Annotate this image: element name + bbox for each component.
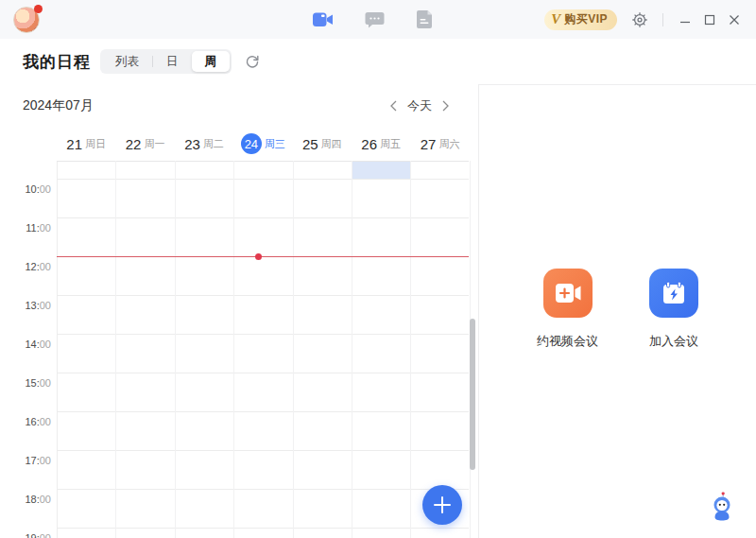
today-button[interactable]: 今天	[407, 97, 432, 114]
close-icon	[729, 14, 740, 26]
buy-vip-button[interactable]: V 购买VIP	[544, 9, 617, 30]
robot-mascot-glyph	[709, 489, 735, 523]
time-label: 15:00	[0, 377, 51, 389]
calendar-panel: 2024年07月 今天 21 周日 22 周一	[0, 84, 479, 538]
hour-line	[57, 450, 469, 451]
hour-line	[57, 528, 469, 529]
day-weekday: 周五	[380, 137, 401, 151]
day-header-cell[interactable]: 24 周三	[233, 128, 292, 160]
gear-glyph	[631, 11, 648, 28]
day-header-cell[interactable]: 22 周一	[115, 128, 174, 160]
maximize-button[interactable]	[697, 8, 722, 32]
day-number: 24	[241, 133, 262, 154]
calendar-header: 2024年07月 今天	[0, 84, 478, 128]
day-number: 21	[66, 136, 82, 152]
view-switcher: 列表日周	[100, 49, 232, 74]
calendar-lightning-glyph	[662, 281, 686, 305]
day-weekday: 周一	[144, 137, 164, 151]
titlebar: V 购买VIP	[0, 0, 756, 39]
settings-gear-icon[interactable]	[628, 9, 651, 31]
time-label: 17:00	[0, 455, 51, 466]
video-camera-glyph	[312, 10, 335, 29]
minimize-icon	[679, 14, 691, 26]
maximize-icon	[704, 14, 715, 26]
time-label: 13:00	[0, 300, 51, 311]
day-header-cell[interactable]: 25 周四	[293, 128, 352, 160]
grid-top-line	[57, 161, 469, 162]
minimize-button[interactable]	[673, 8, 697, 32]
refresh-icon	[245, 54, 260, 69]
day-column-line	[115, 161, 116, 538]
view-tab-0[interactable]: 列表	[102, 51, 152, 72]
chevron-left-icon	[389, 100, 398, 112]
chat-bubble-glyph	[365, 10, 385, 29]
hour-line	[57, 217, 469, 218]
video-plus-glyph	[554, 282, 582, 304]
video-meeting-icon[interactable]	[312, 9, 335, 31]
day-column-line	[410, 161, 411, 538]
hour-line	[57, 179, 469, 180]
day-number: 27	[421, 136, 437, 152]
hour-line	[57, 489, 469, 490]
day-number: 26	[361, 136, 377, 152]
hour-line	[57, 334, 469, 335]
document-icon[interactable]	[414, 9, 437, 31]
hour-line	[57, 295, 469, 296]
day-column-line	[352, 161, 352, 538]
notification-badge	[34, 5, 43, 13]
day-column-line	[175, 161, 176, 538]
content-area: 2024年07月 今天 21 周日 22 周一	[0, 84, 756, 538]
schedule-video-meeting-label: 约视频会议	[537, 333, 598, 350]
calendar-scrollbar[interactable]	[470, 319, 475, 470]
time-label: 12:00	[0, 261, 51, 272]
prev-week-button[interactable]	[389, 100, 398, 112]
page-title: 我的日程	[23, 51, 91, 73]
join-meeting-label: 加入会议	[649, 333, 698, 350]
toolbar: 我的日程 列表日周	[0, 39, 756, 84]
hour-line	[57, 373, 469, 373]
user-avatar[interactable]	[13, 7, 40, 33]
close-button[interactable]	[722, 8, 747, 32]
join-meeting-button[interactable]: 加入会议	[649, 269, 698, 350]
day-header-cell[interactable]: 26 周五	[352, 128, 410, 160]
day-weekday: 周日	[85, 137, 106, 151]
vip-v-icon: V	[551, 11, 560, 27]
day-column-line	[233, 161, 234, 538]
day-header-cell[interactable]: 23 周二	[175, 128, 233, 160]
join-meeting-icon	[649, 269, 698, 318]
day-number: 22	[126, 136, 142, 152]
view-tab-1[interactable]: 日	[153, 51, 192, 72]
highlighted-time-slot[interactable]	[352, 162, 410, 179]
current-time-line	[57, 256, 469, 257]
time-label: 18:00	[0, 494, 51, 505]
view-tab-2[interactable]: 周	[192, 51, 231, 72]
document-glyph	[417, 9, 434, 29]
add-schedule-button[interactable]	[422, 485, 462, 525]
refresh-button[interactable]	[245, 54, 260, 69]
schedule-video-meeting-icon	[543, 269, 593, 318]
day-header-cell[interactable]: 21 周日	[57, 128, 115, 160]
day-column-line	[293, 161, 294, 538]
day-weekday: 周三	[265, 137, 285, 151]
chat-icon[interactable]	[363, 9, 386, 31]
day-number: 23	[184, 136, 200, 152]
hour-line	[57, 411, 469, 412]
vip-label: 购买VIP	[564, 11, 608, 27]
time-label: 11:00	[0, 222, 51, 234]
schedule-video-meeting-button[interactable]: 约视频会议	[537, 269, 598, 350]
assistant-mascot-icon[interactable]	[709, 489, 735, 527]
day-number: 25	[302, 136, 318, 152]
day-weekday: 周四	[321, 137, 342, 151]
time-label: 19:00	[0, 532, 51, 538]
time-label: 16:00	[0, 416, 51, 427]
day-header-cell[interactable]: 27 周六	[410, 128, 469, 160]
time-label: 10:00	[0, 183, 51, 195]
titlebar-divider	[662, 13, 663, 26]
meeting-actions-panel: 约视频会议 加入会议	[479, 84, 756, 538]
chevron-right-icon	[441, 100, 450, 112]
day-weekday: 周六	[438, 137, 459, 151]
time-label: 14:00	[0, 338, 51, 350]
time-grid[interactable]: 10:00 11:00 12:00 13:00 14:00 15:00 16	[0, 161, 478, 538]
next-week-button[interactable]	[441, 100, 450, 112]
month-title: 2024年07月	[23, 97, 94, 114]
